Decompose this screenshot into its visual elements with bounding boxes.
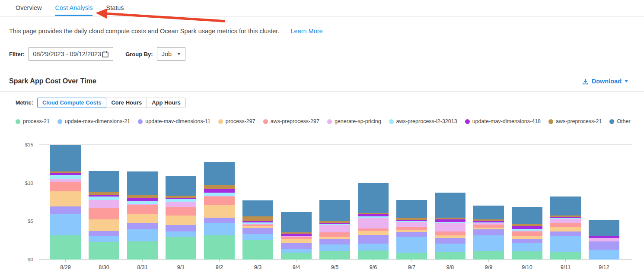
bar-segment[interactable] [89, 219, 119, 231]
bar-segment[interactable] [127, 241, 158, 260]
bar-segment[interactable] [358, 235, 389, 244]
bar-segment[interactable] [166, 202, 196, 207]
bar-segment[interactable] [127, 214, 158, 224]
bar-segment[interactable] [435, 193, 465, 218]
bar-segment[interactable] [50, 206, 81, 214]
bar-segment[interactable] [50, 214, 81, 235]
bar-segment[interactable] [166, 225, 196, 232]
bar-segment[interactable] [127, 205, 158, 214]
bar-segment[interactable] [242, 228, 273, 234]
bar-segment[interactable] [204, 205, 235, 218]
bar-segment[interactable] [435, 238, 465, 244]
legend-item[interactable]: aws-preprocess-l2-32013 [389, 118, 457, 124]
bar-segment[interactable] [473, 251, 504, 260]
bar-segment[interactable] [319, 225, 350, 232]
metric-option-cloud-compute-costs[interactable]: Cloud Compute Costs [37, 98, 107, 108]
legend-item[interactable]: update-mav-dimensions-418 [465, 118, 541, 124]
bar-segment[interactable] [319, 232, 350, 237]
bar-segment[interactable] [512, 226, 542, 229]
bar-segment[interactable] [589, 220, 619, 236]
bar-segment[interactable] [127, 198, 158, 201]
bar-segment[interactable] [550, 223, 581, 227]
bar-segment[interactable] [281, 253, 312, 260]
bar-segment[interactable] [166, 237, 196, 260]
bar-segment[interactable] [319, 251, 350, 260]
bar-segment[interactable] [89, 208, 119, 219]
legend-item[interactable]: update-mav-dimensions-21 [57, 118, 130, 124]
download-button[interactable]: Download [582, 78, 628, 85]
bar-segment[interactable] [550, 227, 581, 231]
bar-segment[interactable] [204, 185, 235, 189]
bar-segment[interactable] [127, 229, 158, 241]
bar-segment[interactable] [512, 231, 542, 236]
bar-segment[interactable] [396, 237, 427, 253]
bar-segment[interactable] [396, 253, 427, 260]
bar-segment[interactable] [550, 252, 581, 260]
bar-segment[interactable] [512, 243, 542, 251]
bar-segment[interactable] [50, 145, 81, 171]
bar-segment[interactable] [281, 212, 312, 232]
bar-segment[interactable] [50, 182, 81, 191]
legend-item[interactable]: process-21 [16, 118, 50, 124]
bar-segment[interactable] [473, 225, 504, 228]
bar-segment[interactable] [204, 218, 235, 223]
tab-overview[interactable]: Overview [16, 0, 41, 16]
bar-segment[interactable] [281, 243, 312, 249]
bar-segment[interactable] [50, 175, 81, 179]
bar-segment[interactable] [89, 200, 119, 208]
bar-segment[interactable] [319, 244, 350, 251]
bar-segment[interactable] [127, 195, 158, 198]
bar-segment[interactable] [550, 197, 581, 216]
metric-option-core-hours[interactable]: Core Hours [106, 98, 147, 108]
metric-option-app-hours[interactable]: App Hours [147, 98, 185, 108]
legend-item[interactable]: aws-preprocess-21 [548, 118, 602, 124]
bar-segment[interactable] [127, 171, 158, 195]
bar-segment[interactable] [204, 162, 235, 185]
bar-segment[interactable] [204, 223, 235, 235]
bar-segment[interactable] [589, 241, 619, 250]
bar-segment[interactable] [435, 252, 465, 260]
bar-segment[interactable] [166, 231, 196, 237]
tab-status[interactable]: Status [106, 0, 124, 16]
bar-segment[interactable] [396, 232, 427, 237]
bar-segment[interactable] [435, 244, 465, 252]
bar-segment[interactable] [166, 216, 196, 225]
bar-segment[interactable] [396, 227, 427, 230]
bar-segment[interactable] [550, 236, 581, 252]
bar-segment[interactable] [204, 235, 235, 260]
bar-segment[interactable] [473, 229, 504, 235]
group-by-select[interactable]: Job [157, 47, 185, 61]
bar-segment[interactable] [358, 183, 389, 213]
bar-segment[interactable] [89, 192, 119, 195]
bar-segment[interactable] [358, 244, 389, 250]
bar-segment[interactable] [50, 179, 81, 182]
tab-cost-analysis[interactable]: Cost Analysis [55, 0, 92, 16]
bar-segment[interactable] [127, 223, 158, 229]
bar-segment[interactable] [396, 200, 427, 218]
bar-segment[interactable] [589, 250, 619, 260]
bar-segment[interactable] [50, 191, 81, 206]
bar-segment[interactable] [512, 239, 542, 243]
bar-segment[interactable] [242, 216, 273, 221]
bar-segment[interactable] [319, 239, 350, 244]
bar-segment[interactable] [358, 231, 389, 235]
bar-segment[interactable] [512, 251, 542, 260]
learn-more-link[interactable]: Learn More [290, 28, 322, 35]
bar-segment[interactable] [512, 207, 542, 224]
bar-segment[interactable] [204, 189, 235, 192]
legend-item[interactable]: generate-sp-pricing [327, 118, 381, 124]
bar-segment[interactable] [242, 200, 273, 216]
bar-segment[interactable] [127, 201, 158, 204]
bar-segment[interactable] [550, 231, 581, 236]
bar-segment[interactable] [204, 193, 235, 196]
bar-segment[interactable] [166, 176, 196, 196]
bar-segment[interactable] [473, 235, 504, 251]
bar-segment[interactable] [89, 197, 119, 200]
bar-segment[interactable] [319, 200, 350, 221]
bar-segment[interactable] [50, 235, 81, 260]
bar-segment[interactable] [89, 171, 119, 192]
bar-segment[interactable] [242, 234, 273, 240]
bar-segment[interactable] [281, 249, 312, 253]
bar-segment[interactable] [435, 223, 465, 231]
bar-segment[interactable] [358, 218, 389, 228]
